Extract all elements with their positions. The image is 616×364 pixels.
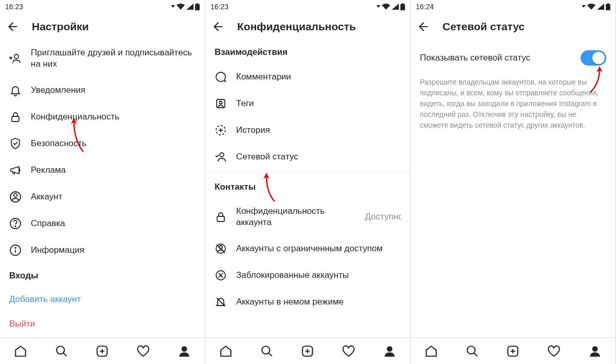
comment-icon xyxy=(215,71,227,83)
nav-profile[interactable] xyxy=(585,341,605,361)
caret-icon xyxy=(171,5,175,9)
item-comments[interactable]: Комментарии xyxy=(205,64,410,90)
item-account-privacy[interactable]: Конфиденциальность аккаунта Доступно xyxy=(205,198,410,235)
item-story[interactable]: История xyxy=(205,117,410,144)
nav-search[interactable] xyxy=(462,341,483,361)
nav-profile[interactable] xyxy=(174,341,195,361)
item-ads[interactable]: Реклама xyxy=(0,157,205,184)
divider xyxy=(205,172,410,173)
toggle-thumb xyxy=(592,52,605,64)
item-security[interactable]: Безопасность xyxy=(0,130,205,157)
add-person-icon xyxy=(9,52,22,65)
item-label: История xyxy=(236,125,401,136)
nav-activity[interactable] xyxy=(544,341,564,361)
nav-profile[interactable] xyxy=(379,341,400,361)
item-label: Приглашайте друзей и подписывайтесь на н… xyxy=(31,47,196,70)
settings-list: Приглашайте друзей и подписывайтесь на н… xyxy=(0,40,205,337)
bottom-nav xyxy=(0,337,205,364)
nav-search[interactable] xyxy=(257,341,277,361)
item-label: Уведомления xyxy=(31,85,196,96)
back-icon[interactable] xyxy=(6,20,20,33)
item-label: Безопасность xyxy=(31,138,196,149)
nav-add[interactable] xyxy=(503,341,523,361)
status-time: 16:24 xyxy=(416,3,434,11)
svg-point-23 xyxy=(262,346,270,354)
status-icons xyxy=(376,3,405,10)
signal-icon xyxy=(597,4,604,10)
nav-home[interactable] xyxy=(216,341,236,361)
screen-settings: 16:23 Настройки Приглашайте друзей и под… xyxy=(0,0,205,364)
blocked-icon xyxy=(215,269,227,281)
item-invite-friends[interactable]: Приглашайте друзей и подписывайтесь на н… xyxy=(0,40,205,77)
nav-add[interactable] xyxy=(92,341,112,361)
add-account-link[interactable]: Добавить аккаунт xyxy=(0,287,205,312)
item-activity-status[interactable]: Сетевой статус xyxy=(205,144,410,170)
tag-icon xyxy=(215,97,227,110)
lock-icon xyxy=(9,111,22,123)
svg-rect-3 xyxy=(12,116,19,122)
wifi-icon xyxy=(177,4,185,10)
svg-point-12 xyxy=(182,346,187,352)
item-account[interactable]: Аккаунт xyxy=(0,184,205,210)
svg-rect-0 xyxy=(197,3,198,4)
restricted-icon xyxy=(215,242,227,255)
svg-point-7 xyxy=(15,226,16,227)
svg-point-5 xyxy=(14,194,17,197)
svg-point-30 xyxy=(592,346,598,352)
back-icon[interactable] xyxy=(211,20,225,33)
svg-point-16 xyxy=(220,102,222,104)
nav-home[interactable] xyxy=(10,341,31,361)
activity-status-content: Показывать сетевой статус Разрешите влад… xyxy=(411,40,615,337)
svg-rect-13 xyxy=(402,3,403,4)
signal-icon xyxy=(392,4,399,10)
item-privacy[interactable]: Конфиденциальность xyxy=(0,104,205,130)
section-contacts: Контакты xyxy=(205,175,410,198)
nav-home[interactable] xyxy=(421,341,441,361)
nav-add[interactable] xyxy=(297,341,318,361)
svg-rect-19 xyxy=(217,216,224,221)
item-muted[interactable]: Аккаунты в немом режиме xyxy=(205,289,410,315)
svg-rect-27 xyxy=(606,4,610,10)
battery-icon xyxy=(606,3,610,10)
item-info[interactable]: Информация xyxy=(0,237,205,264)
item-label: Комментарии xyxy=(236,71,401,83)
item-restricted[interactable]: Аккаунты с ограниченным доступом xyxy=(205,235,410,262)
svg-rect-1 xyxy=(195,4,200,10)
logout-link[interactable]: Выйти xyxy=(0,312,205,336)
svg-rect-14 xyxy=(400,4,405,10)
bottom-nav xyxy=(205,337,410,364)
status-time: 16:23 xyxy=(5,3,23,11)
megaphone-icon xyxy=(9,164,22,176)
header: Конфиденциальность xyxy=(205,13,410,40)
item-label: Конфиденциальность аккаунта xyxy=(236,206,356,228)
status-time: 16:23 xyxy=(210,3,228,11)
back-icon[interactable] xyxy=(417,20,430,33)
section-logins: Входы xyxy=(0,264,205,287)
svg-point-10 xyxy=(56,346,64,354)
page-title: Сетевой статус xyxy=(442,21,525,33)
item-label: Справка xyxy=(31,218,196,229)
item-tags[interactable]: Теги xyxy=(205,90,410,117)
bottom-nav xyxy=(411,337,615,364)
nav-activity[interactable] xyxy=(133,341,153,361)
item-notifications[interactable]: Уведомления xyxy=(0,77,205,104)
item-blocked[interactable]: Заблокированные аккаунты xyxy=(205,262,410,289)
page-title: Конфиденциальность xyxy=(237,21,356,33)
item-label: Теги xyxy=(236,98,401,109)
privacy-list: Взаимодействия Комментарии Теги История … xyxy=(205,40,410,337)
nav-search[interactable] xyxy=(51,341,72,361)
item-label: Реклама xyxy=(31,165,196,176)
item-help[interactable]: Справка xyxy=(0,210,205,237)
nav-activity[interactable] xyxy=(338,341,359,361)
item-label: Сетевой статус xyxy=(236,151,401,163)
screen-activity-status: 16:24 Сетевой статус Показывать сетевой … xyxy=(411,0,616,364)
svg-rect-26 xyxy=(607,3,609,4)
status-icons xyxy=(582,3,610,10)
toggle-show-status[interactable] xyxy=(581,50,606,66)
battery-icon xyxy=(400,3,405,10)
activity-status-icon xyxy=(215,151,227,163)
svg-point-9 xyxy=(15,248,16,249)
shield-icon xyxy=(9,137,22,150)
svg-point-2 xyxy=(14,54,18,58)
caret-icon xyxy=(582,5,586,9)
